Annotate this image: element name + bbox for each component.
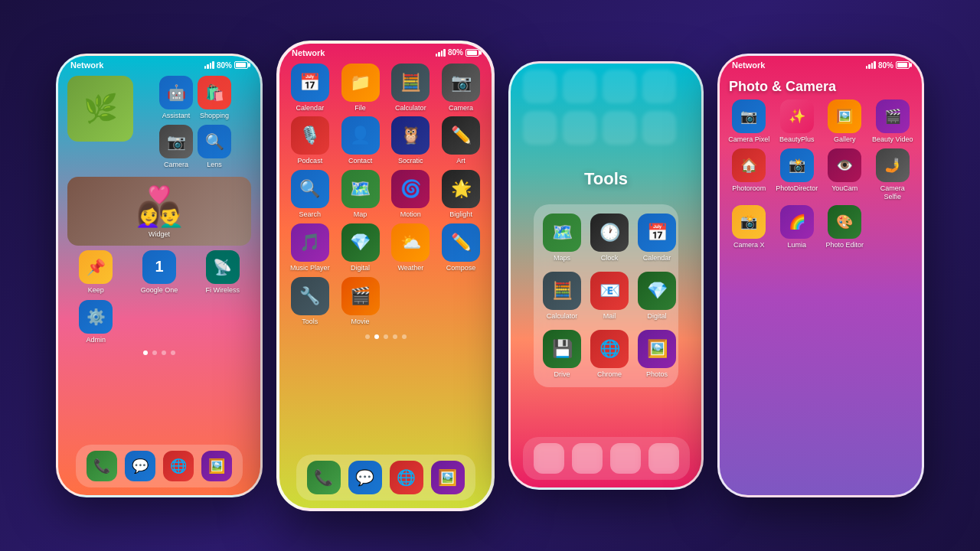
dot-2-5[interactable] xyxy=(402,334,407,339)
camera-pixel-icon[interactable]: 📷 Camera Pixel xyxy=(727,99,771,144)
photo-editor-icon[interactable]: 🎨 Photo Editor xyxy=(823,205,867,249)
podcast-icon[interactable]: 🎙️ Podcast xyxy=(287,116,333,165)
calculator-folder-icon[interactable]: 🧮 Calculator xyxy=(543,272,581,321)
camera-selfie-icon[interactable]: 🤳 Camera Selfie xyxy=(871,148,915,201)
shopping-icon[interactable]: 🛍️ Shopping xyxy=(198,76,231,120)
camera-icon-2[interactable]: 📷 Camera xyxy=(438,64,484,112)
podcast-label: Podcast xyxy=(298,157,323,165)
beautyplus-icon[interactable]: ✨ BeautyPlus xyxy=(776,99,819,144)
dot-1-1[interactable] xyxy=(143,350,148,355)
digital-folder-icon[interactable]: 💎 Digital xyxy=(638,272,676,321)
contact-label: Contact xyxy=(348,157,372,165)
dock-chrome-1[interactable]: 🌐 xyxy=(163,451,194,481)
socratic-label: Socratic xyxy=(398,157,423,165)
camera-icon-1[interactable]: 📷 Camera xyxy=(159,125,193,169)
dock-2: 📞 💬 🌐 🖼️ xyxy=(296,455,475,500)
dot-1-2[interactable] xyxy=(152,350,157,355)
beauty-video-icon[interactable]: 🎬 Beauty Video xyxy=(871,99,915,144)
clock-folder-icon[interactable]: 🕐 Clock xyxy=(590,214,629,262)
calc-folder-label: Calculator xyxy=(547,312,578,321)
photos-widget[interactable]: 🌿 xyxy=(67,76,133,142)
camera-x-icon[interactable]: 📸 Camera X xyxy=(727,205,771,249)
motion-icon[interactable]: 🌀 Motion xyxy=(388,170,434,219)
keep-icon[interactable]: 📌 Keep xyxy=(67,250,125,295)
dock-phone-1[interactable]: 📞 xyxy=(87,451,117,481)
status-right-2: 80% xyxy=(436,48,479,57)
art-icon[interactable]: ✏️ Art xyxy=(438,116,484,165)
calendar-label: Calendar xyxy=(296,104,325,112)
page-dots-1 xyxy=(58,344,260,360)
digital-icon-2[interactable]: 💎 Digital xyxy=(338,223,384,272)
contact-icon[interactable]: 👤 Contact xyxy=(338,116,384,165)
dock-messages-2[interactable]: 💬 xyxy=(348,461,382,494)
music-player-icon[interactable]: 🎵 Music Player xyxy=(287,223,333,272)
camera-pixel-label: Camera Pixel xyxy=(728,135,769,144)
dock-phone-2[interactable]: 📞 xyxy=(307,461,341,494)
assistant-icon[interactable]: 🤖 Assistant xyxy=(159,76,193,120)
photos-folder-icon[interactable]: 🖼️ Photos xyxy=(638,330,676,379)
gallery-icon[interactable]: 🖼️ Gallery xyxy=(823,99,867,144)
photodirector-icon[interactable]: 📸 PhotoDirector xyxy=(776,148,819,201)
lens-label: Lens xyxy=(207,161,222,169)
chrome-folder-icon[interactable]: 🌐 Chrome xyxy=(590,330,629,379)
signal-icon-4 xyxy=(866,61,876,69)
dock-messages-1[interactable]: 💬 xyxy=(125,451,155,481)
calendar-folder-icon[interactable]: 📅 Calendar xyxy=(638,214,676,262)
file-label: File xyxy=(354,104,366,112)
dock-chrome-2[interactable]: 🌐 xyxy=(390,461,423,494)
dot-2-3[interactable] xyxy=(384,334,388,339)
movie-label: Movie xyxy=(351,318,370,326)
battery-icon-2 xyxy=(466,49,479,57)
dot-2-1[interactable] xyxy=(365,334,370,339)
fi-wireless-icon[interactable]: 📡 Fi Wireless xyxy=(194,250,251,295)
drive-folder-icon[interactable]: 💾 Drive xyxy=(543,330,581,379)
dock-photos-1[interactable]: 🖼️ xyxy=(201,451,232,481)
google-one-icon[interactable]: 1 Google One xyxy=(131,250,188,295)
tools-folder-grid: 🗺️ Maps 🕐 Clock 📅 Calendar 🧮 Calculator … xyxy=(543,214,669,378)
shopping-label: Shopping xyxy=(200,112,229,120)
phone-3: Tools 🗺️ Maps 🕐 Clock 📅 Calendar 🧮 xyxy=(508,61,704,490)
admin-icon[interactable]: ⚙️ Admin xyxy=(67,300,125,344)
photo-camera-title: Photo & Camera xyxy=(720,73,922,98)
dot-2-4[interactable] xyxy=(393,334,397,339)
dot-2-2[interactable] xyxy=(374,334,379,339)
mail-folder-label: Mail xyxy=(603,312,616,321)
art-label: Art xyxy=(456,157,466,165)
map-icon[interactable]: 🗺️ Map xyxy=(338,170,384,219)
mail-folder-icon[interactable]: 📧 Mail xyxy=(590,272,629,321)
photoroom-label: Photoroom xyxy=(732,184,766,193)
motion-label: Motion xyxy=(400,210,421,219)
photoroom-icon[interactable]: 🏠 Photoroom xyxy=(727,148,771,201)
calculator-label: Calculator xyxy=(395,104,426,112)
status-right-4: 80% xyxy=(866,61,910,70)
search-icon[interactable]: 🔍 Search xyxy=(287,170,333,219)
biglight-icon[interactable]: 🌟 Biglight xyxy=(438,170,484,219)
socratic-icon[interactable]: 🦉 Socratic xyxy=(388,116,434,165)
compose-icon[interactable]: ✏️ Compose xyxy=(438,223,484,272)
tools-folder[interactable]: 🗺️ Maps 🕐 Clock 📅 Calendar 🧮 Calculator … xyxy=(534,204,678,387)
dot-1-3[interactable] xyxy=(162,350,166,355)
music-player-label: Music Player xyxy=(290,264,330,272)
drive-folder-label: Drive xyxy=(554,370,570,379)
weather-icon[interactable]: ⛅ Weather xyxy=(388,223,434,272)
maps-folder-icon[interactable]: 🗺️ Maps xyxy=(543,214,581,262)
dot-1-4[interactable] xyxy=(171,350,175,355)
widget-large[interactable]: 👩‍❤️‍👨 Widget xyxy=(67,177,251,246)
movie-icon[interactable]: 🎬 Movie xyxy=(338,277,384,326)
file-icon[interactable]: 📁 File xyxy=(338,64,384,112)
tools-icon-2[interactable]: 🔧 Tools xyxy=(287,277,333,326)
calendar-icon[interactable]: 📅 Calendar xyxy=(287,64,333,112)
dock-photos-2[interactable]: 🖼️ xyxy=(431,461,465,494)
assistant-label: Assistant xyxy=(162,112,191,120)
status-bar-1: Network 80% xyxy=(58,56,260,73)
lens-icon[interactable]: 🔍 Lens xyxy=(198,125,231,169)
lumia-icon[interactable]: 🌈 Lumia xyxy=(776,205,819,249)
photo-editor-label: Photo Editor xyxy=(825,241,864,249)
network-label-1: Network xyxy=(70,60,103,70)
calendar-folder-label: Calendar xyxy=(643,254,671,262)
beautyplus-label: BeautyPlus xyxy=(779,135,815,144)
youcam-icon[interactable]: 👁️ YouCam xyxy=(823,148,867,201)
beauty-video-label: Beauty Video xyxy=(872,135,913,144)
compose-label: Compose xyxy=(446,264,476,272)
calculator-icon[interactable]: 🧮 Calculator xyxy=(388,64,434,112)
